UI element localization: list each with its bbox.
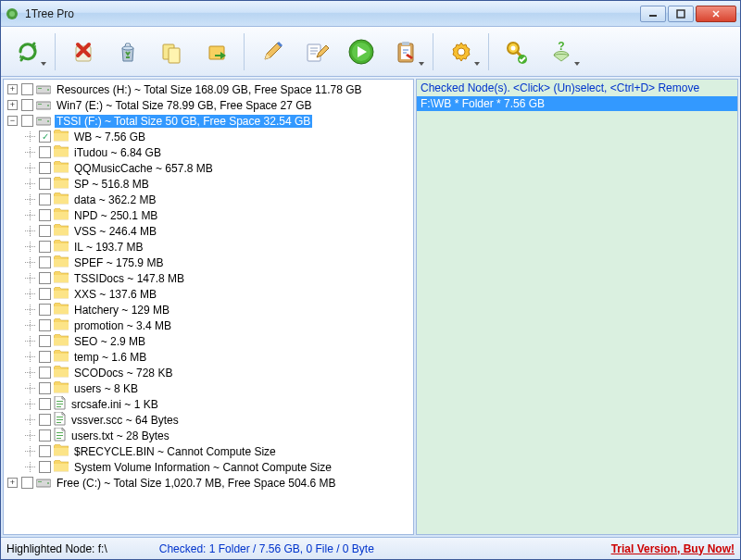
svg-rect-14 (402, 42, 409, 45)
tree-checkbox[interactable] (21, 115, 33, 127)
tree-checkbox[interactable] (39, 382, 51, 394)
tree-line (25, 367, 35, 378)
tree-checkbox[interactable] (21, 83, 33, 95)
tree-checkbox[interactable] (39, 272, 51, 284)
app-icon (5, 6, 19, 21)
tree-checkbox[interactable] (39, 445, 51, 457)
tree-row[interactable]: +Win7 (E:) ~ Total Size 78.99 GB, Free S… (4, 97, 413, 113)
tree-row[interactable]: ✓WB ~ 7.56 GB (4, 129, 413, 144)
tree-checkbox[interactable]: ✓ (39, 131, 51, 143)
tree-row[interactable]: QQMusicCache ~ 657.8 MB (4, 160, 413, 176)
tree-checkbox[interactable] (21, 477, 33, 489)
tree-row[interactable]: System Volume Information ~ Cannot Compu… (4, 459, 413, 475)
tree-label: Resources (H:) ~ Total Size 168.09 GB, F… (55, 83, 364, 96)
tree-checkbox[interactable] (39, 225, 51, 237)
tree-row[interactable]: vssver.scc ~ 64 Bytes (4, 412, 413, 428)
tree-checkbox[interactable] (39, 319, 51, 331)
checked-panel[interactable]: Checked Node(s). <Click> (Un)select, <Ct… (416, 79, 738, 535)
play-button[interactable] (340, 31, 383, 72)
folder-icon (54, 130, 72, 144)
expand-icon[interactable]: + (7, 100, 18, 110)
rename-button[interactable] (251, 31, 294, 72)
tree-checkbox[interactable] (39, 414, 51, 426)
tree-row[interactable]: srcsafe.ini ~ 1 KB (4, 396, 413, 412)
expand-icon[interactable]: + (7, 84, 18, 94)
tree-row[interactable]: promotion ~ 3.4 MB (4, 317, 413, 333)
titlebar[interactable]: 1Tree Pro (1, 1, 740, 27)
svg-rect-37 (57, 438, 61, 439)
tree-checkbox[interactable] (39, 162, 51, 174)
drive-icon (36, 114, 55, 129)
tree-checkbox[interactable] (39, 256, 51, 268)
tree-label: SP ~ 516.8 MB (72, 178, 151, 191)
tree-line (25, 289, 35, 299)
tree-row[interactable]: NPD ~ 250.1 MB (4, 207, 413, 223)
tree-label: $RECYCLE.BIN ~ Cannot Compute Size (72, 445, 278, 458)
tree-row[interactable]: SEO ~ 2.9 MB (4, 333, 413, 349)
tree-checkbox[interactable] (39, 351, 51, 363)
tree-row[interactable]: users.txt ~ 28 Bytes (4, 428, 413, 443)
tree-row[interactable]: iTudou ~ 6.84 GB (4, 144, 413, 160)
tree-line (25, 226, 35, 236)
collapse-icon[interactable]: − (7, 116, 18, 126)
checked-header: Checked Node(s). <Click> (Un)select, <Ct… (417, 80, 737, 96)
tree-checkbox[interactable] (39, 367, 51, 379)
expand-icon[interactable]: + (7, 478, 18, 488)
tree-row[interactable]: SCODocs ~ 728 KB (4, 365, 413, 380)
tree-label: SCODocs ~ 728 KB (72, 367, 174, 380)
delete-button[interactable] (62, 31, 105, 72)
tree-row[interactable]: +Free (C:) ~ Total Size 1,020.7 MB, Free… (4, 475, 413, 491)
tree-row[interactable]: XXS ~ 137.6 MB (4, 286, 413, 302)
tree-row[interactable]: −TSSI (F:) ~ Total Size 50 GB, Free Spac… (4, 113, 413, 129)
tree-checkbox[interactable] (39, 209, 51, 221)
clipboard-button[interactable] (384, 31, 427, 72)
tree-checkbox[interactable] (39, 429, 51, 442)
tree-checkbox[interactable] (39, 304, 51, 316)
tree-row[interactable]: Hatchery ~ 129 MB (4, 302, 413, 317)
tree-checkbox[interactable] (21, 99, 33, 111)
folder-icon (54, 318, 72, 333)
tree-row[interactable]: SPEF ~ 175.9 MB (4, 255, 413, 270)
tree-panel[interactable]: +Resources (H:) ~ Total Size 168.09 GB, … (3, 79, 414, 535)
tree-line (25, 210, 35, 220)
tree-line (25, 147, 35, 157)
tree-row[interactable]: SP ~ 516.8 MB (4, 176, 413, 192)
svg-rect-2 (649, 15, 657, 17)
svg-rect-32 (57, 417, 63, 417)
tree-row[interactable]: $RECYCLE.BIN ~ Cannot Compute Size (4, 443, 413, 459)
minimize-button[interactable] (640, 6, 666, 22)
content-area: +Resources (H:) ~ Total Size 168.09 GB, … (1, 77, 740, 537)
tree-checkbox[interactable] (39, 461, 51, 473)
tree-checkbox[interactable] (39, 398, 51, 410)
tree-checkbox[interactable] (39, 193, 51, 205)
svg-point-5 (122, 46, 133, 50)
settings-button[interactable] (440, 31, 483, 72)
file-icon (54, 412, 69, 429)
copy-button[interactable] (151, 31, 194, 72)
tree-row[interactable]: users ~ 8 KB (4, 380, 413, 396)
tree-row[interactable]: data ~ 362.2 MB (4, 192, 413, 207)
checked-item[interactable]: F:\WB * Folder * 7.56 GB (417, 96, 737, 111)
tree-checkbox[interactable] (39, 146, 51, 158)
close-button[interactable] (696, 6, 736, 22)
svg-point-28 (47, 120, 49, 122)
tree-row[interactable]: TSSIDocs ~ 147.8 MB (4, 270, 413, 286)
tree-row[interactable]: IL ~ 193.7 MB (4, 239, 413, 255)
tree-line (25, 320, 35, 330)
tree-row[interactable]: temp ~ 1.6 MB (4, 349, 413, 365)
move-button[interactable] (195, 31, 238, 72)
tree-row[interactable]: VSS ~ 246.4 MB (4, 223, 413, 239)
maximize-button[interactable] (668, 6, 694, 22)
tree-row[interactable]: +Resources (H:) ~ Total Size 168.09 GB, … (4, 81, 413, 97)
buy-now-link[interactable]: Trial Version, Buy Now! (611, 542, 735, 555)
recycle-button[interactable] (107, 31, 149, 72)
refresh-button[interactable] (6, 31, 49, 72)
license-button[interactable] (496, 31, 538, 72)
tree-checkbox[interactable] (39, 178, 51, 190)
folder-icon (54, 350, 72, 365)
edit-path-button[interactable] (295, 31, 338, 72)
tree-checkbox[interactable] (39, 241, 51, 253)
tree-checkbox[interactable] (39, 288, 51, 300)
tree-checkbox[interactable] (39, 335, 51, 347)
help-button[interactable]: ? (540, 31, 583, 72)
